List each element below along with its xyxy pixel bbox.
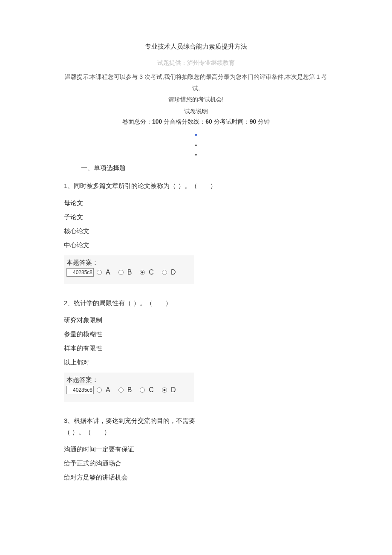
radio-option-b[interactable]: B	[118, 269, 132, 276]
answer-label: 本题答案：	[66, 258, 192, 268]
section-heading: 一、单项选择题	[81, 164, 328, 172]
option-letter: B	[127, 269, 132, 276]
svg-point-3	[141, 272, 144, 274]
total-score-value: 100	[152, 118, 162, 125]
radio-option-c[interactable]: C	[139, 269, 154, 276]
radio-option-d[interactable]: D	[161, 386, 176, 394]
question-option: 母论文	[64, 199, 328, 207]
question-text: 3、根据本讲，要达到充分交流的目的，不需要 （ ）。（ ）	[64, 415, 328, 438]
radio-unchecked-icon	[139, 387, 145, 393]
radio-unchecked-icon	[96, 387, 102, 393]
bullet-list: • • •	[64, 130, 328, 160]
pass-score-unit: 分	[212, 118, 220, 125]
exam-time-value: 90	[250, 118, 257, 125]
option-letter: A	[106, 269, 110, 276]
svg-point-0	[97, 270, 102, 275]
radio-option-d[interactable]: D	[161, 269, 176, 276]
radio-option-c[interactable]: C	[139, 386, 154, 394]
exam-time-label: 考试时间：	[220, 118, 250, 125]
provider-line: 试题提供：泸州专业继续教育	[64, 59, 328, 67]
option-letter: D	[171, 386, 176, 394]
answer-code-input[interactable]: 40285c8	[66, 268, 94, 277]
option-letter: D	[171, 269, 176, 276]
question-option: 给予正式的沟通场合	[64, 460, 328, 468]
tip-text: 温馨提示:本课程您可以参与 3 次考试,我们将抽取您的最高分最为您本门的评审条件…	[64, 71, 328, 105]
svg-point-4	[162, 270, 167, 275]
tip-line-1: 温馨提示:本课程您可以参与 3 次考试,我们将抽取您的最高分最为您本门的评审条件…	[65, 73, 328, 92]
answer-row: 40285c8 A B C D	[66, 386, 192, 394]
score-line: 卷面总分：100 分合格分数线：60 分考试时间：90 分钟	[64, 118, 328, 126]
radio-unchecked-icon	[118, 387, 124, 393]
question-3: 3、根据本讲，要达到充分交流的目的，不需要 （ ）。（ ） 沟通的时间一定要有保…	[64, 415, 328, 482]
radio-option-a[interactable]: A	[96, 269, 110, 276]
question-option: 以上都对	[64, 358, 328, 367]
question-option: 子论文	[64, 213, 328, 221]
exam-description-heading: 试卷说明	[64, 108, 328, 116]
svg-point-9	[163, 389, 165, 391]
total-score-unit: 分	[162, 118, 170, 125]
question-1: 1、同时被多篇文章所引的论文被称为（ ）。（ ） 母论文 子论文 核心论文 中心…	[64, 180, 328, 285]
answer-panel: 本题答案： 40285c8 A B C D	[64, 373, 194, 402]
question-option: 核心论文	[64, 227, 328, 235]
question-option: 给对方足够的讲话机会	[64, 474, 328, 482]
pass-score-label: 合格分数线：	[170, 118, 205, 125]
option-letter: C	[149, 269, 154, 276]
tip-line-2: 请珍惜您的考试机会!	[168, 96, 224, 103]
answer-label: 本题答案：	[66, 375, 192, 385]
radio-unchecked-icon	[118, 269, 124, 275]
svg-point-1	[118, 270, 123, 275]
exam-document: 专业技术人员综合能力素质提升方法 试题提供：泸州专业继续教育 温馨提示:本课程您…	[0, 0, 392, 520]
svg-point-5	[97, 387, 102, 392]
question-2: 2、统计学的局限性有（ ）。（ ） 研究对象限制 参量的模糊性 样本的有限性 以…	[64, 297, 328, 402]
question-option: 沟通的时间一定要有保证	[64, 445, 328, 454]
radio-option-b[interactable]: B	[118, 386, 132, 394]
answer-row: 40285c8 A B C D	[66, 268, 192, 277]
page-title: 专业技术人员综合能力素质提升方法	[64, 43, 328, 51]
bullet-icon: •	[195, 142, 197, 149]
question-text: 1、同时被多篇文章所引的论文被称为（ ）。（ ）	[64, 180, 328, 191]
svg-point-6	[118, 387, 123, 392]
bullet-icon: •	[195, 151, 197, 158]
pass-score-value: 60	[205, 118, 212, 125]
exam-time-unit: 分钟	[256, 118, 270, 125]
option-letter: A	[106, 386, 110, 394]
svg-point-7	[140, 387, 145, 392]
bullet-icon: •	[195, 131, 197, 139]
option-letter: C	[149, 386, 154, 394]
radio-checked-icon	[161, 387, 167, 393]
question-option: 参量的模糊性	[64, 330, 328, 338]
question-option: 研究对象限制	[64, 316, 328, 324]
question-option: 样本的有限性	[64, 344, 328, 353]
total-score-label: 卷面总分：	[122, 118, 152, 125]
radio-unchecked-icon	[161, 269, 167, 275]
question-text-line2: （ ）。（ ）	[64, 428, 110, 436]
answer-panel: 本题答案： 40285c8 A B C D	[64, 255, 194, 285]
radio-unchecked-icon	[96, 269, 102, 275]
radio-checked-icon	[139, 269, 145, 275]
radio-option-a[interactable]: A	[96, 386, 110, 394]
question-option: 中心论文	[64, 241, 328, 249]
answer-code-input[interactable]: 40285c8	[66, 386, 94, 394]
question-text-line1: 3、根据本讲，要达到充分交流的目的，不需要	[64, 417, 195, 424]
option-letter: B	[127, 386, 132, 394]
question-text: 2、统计学的局限性有（ ）。（ ）	[64, 297, 328, 309]
